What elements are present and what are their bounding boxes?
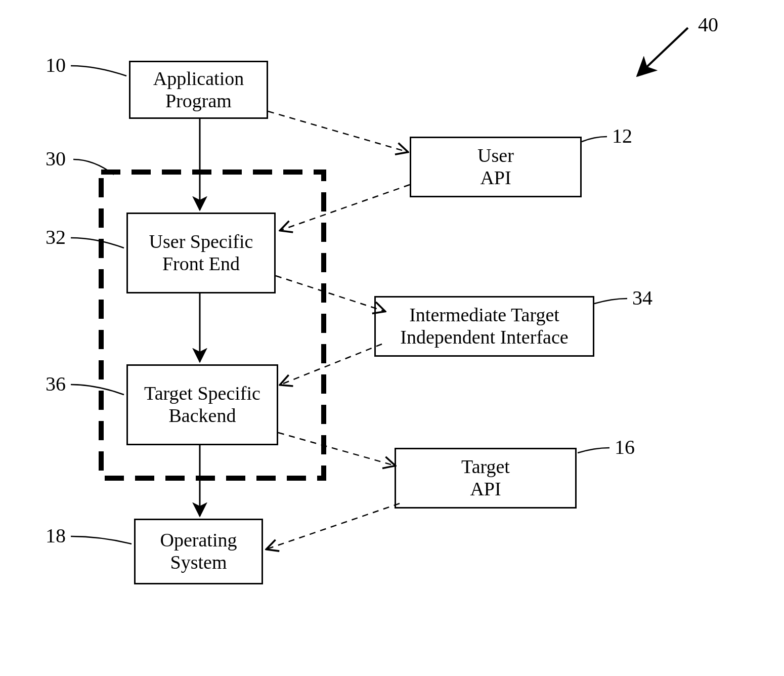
ref-34: 34 [632,286,652,310]
box-os-line2: System [170,552,227,574]
diagram-canvas: 40 30 Application Program 10 User API 12… [0,0,784,676]
box-app-line2: Program [165,90,232,112]
tick-34 [594,299,627,304]
ref-32: 32 [46,225,66,249]
box-app-line1: Application [153,68,244,90]
tick-12 [582,137,607,142]
box-backend-line2: Backend [169,405,236,427]
box-target-specific-backend: Target Specific Backend [126,364,278,445]
box-user-api: User API [410,137,582,197]
ref-10: 10 [46,53,66,77]
box-os-line1: Operating [160,529,237,552]
dashed-frontend-to-iti [276,276,384,311]
box-operating-system: Operating System [134,519,263,584]
figure-40-arrow [637,28,688,76]
box-userapi-line2: API [480,167,511,189]
box-frontend-line1: User Specific [149,231,253,253]
ref-36: 36 [46,372,66,396]
ref-12: 12 [612,124,632,148]
box-iti-line2: Independent Interface [400,326,568,349]
box-targetapi-line1: Target [461,456,510,478]
tick-18 [71,536,132,544]
box-target-api: Target API [395,448,577,509]
tick-32 [71,238,124,248]
dashed-userapi-to-frontend [281,185,410,230]
dashed-backend-to-targetapi [278,433,395,466]
box-frontend-line2: Front End [162,253,240,275]
box-backend-line1: Target Specific [144,383,260,405]
tick-30 [73,159,114,175]
box-userapi-line1: User [477,145,514,167]
box-targetapi-line2: API [470,478,501,500]
box-user-specific-frontend: User Specific Front End [126,213,276,293]
tick-16 [578,448,609,453]
figure-ref-40: 40 [698,13,718,36]
dashed-targetapi-to-os [267,503,400,549]
box-intermediate-target-independent-interface: Intermediate Target Independent Interfac… [374,296,594,357]
ref-18: 18 [46,524,66,547]
box-application-program: Application Program [129,61,268,119]
ref-30: 30 [46,147,66,171]
tick-36 [71,385,124,395]
box-iti-line1: Intermediate Target [409,304,559,326]
ref-16: 16 [615,435,635,459]
dashed-iti-to-backend [281,344,382,385]
dashed-app-to-userapi [268,111,407,152]
tick-10 [71,66,126,76]
